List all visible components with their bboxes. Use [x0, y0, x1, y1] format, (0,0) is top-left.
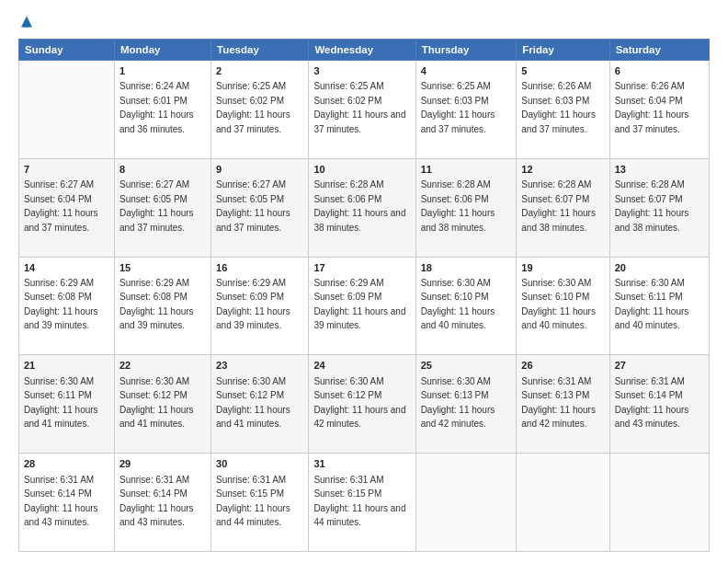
header-row: SundayMondayTuesdayWednesdayThursdayFrid… [19, 40, 710, 61]
week-row-4: 28Sunrise: 6:31 AMSunset: 6:14 PMDayligh… [19, 454, 710, 552]
cell-info: Sunrise: 6:29 AMSunset: 6:08 PMDaylight:… [24, 278, 98, 331]
week-row-2: 14Sunrise: 6:29 AMSunset: 6:08 PMDayligh… [19, 257, 710, 355]
calendar-cell: 6Sunrise: 6:26 AMSunset: 6:04 PMDaylight… [609, 61, 709, 159]
day-number: 20 [615, 261, 704, 275]
cell-info: Sunrise: 6:28 AMSunset: 6:06 PMDaylight:… [421, 179, 495, 233]
calendar-cell: 24Sunrise: 6:30 AMSunset: 6:12 PMDayligh… [309, 355, 415, 454]
cell-info: Sunrise: 6:31 AMSunset: 6:14 PMDaylight:… [119, 475, 194, 528]
day-number: 5 [521, 64, 604, 78]
calendar-cell: 5Sunrise: 6:26 AMSunset: 6:03 PMDaylight… [517, 61, 609, 159]
logo-icon [18, 15, 35, 31]
day-number: 27 [615, 359, 704, 373]
cell-info: Sunrise: 6:26 AMSunset: 6:04 PMDaylight:… [615, 81, 689, 134]
calendar-cell: 11Sunrise: 6:28 AMSunset: 6:06 PMDayligh… [415, 158, 517, 257]
calendar-cell [415, 454, 517, 552]
cell-info: Sunrise: 6:31 AMSunset: 6:15 PMDaylight:… [216, 475, 290, 528]
col-header-sunday: Sunday [19, 40, 115, 61]
week-row-1: 7Sunrise: 6:27 AMSunset: 6:04 PMDaylight… [19, 158, 710, 257]
calendar-cell: 29Sunrise: 6:31 AMSunset: 6:14 PMDayligh… [114, 454, 210, 552]
cell-info: Sunrise: 6:26 AMSunset: 6:03 PMDaylight:… [521, 81, 596, 134]
logo [18, 15, 39, 31]
day-number: 1 [119, 64, 206, 78]
calendar-table: SundayMondayTuesdayWednesdayThursdayFrid… [18, 39, 710, 552]
calendar-cell [517, 454, 609, 552]
day-number: 7 [24, 163, 109, 177]
calendar-cell: 17Sunrise: 6:29 AMSunset: 6:09 PMDayligh… [309, 257, 415, 355]
day-number: 25 [421, 359, 512, 373]
calendar-cell: 28Sunrise: 6:31 AMSunset: 6:14 PMDayligh… [19, 454, 115, 552]
day-number: 21 [24, 359, 109, 373]
calendar-cell: 16Sunrise: 6:29 AMSunset: 6:09 PMDayligh… [211, 257, 309, 355]
calendar-cell [609, 454, 709, 552]
cell-info: Sunrise: 6:31 AMSunset: 6:13 PMDaylight:… [521, 376, 596, 430]
cell-info: Sunrise: 6:28 AMSunset: 6:07 PMDaylight:… [615, 179, 689, 233]
week-row-3: 21Sunrise: 6:30 AMSunset: 6:11 PMDayligh… [19, 355, 710, 454]
day-number: 23 [216, 359, 303, 373]
calendar-cell: 19Sunrise: 6:30 AMSunset: 6:10 PMDayligh… [517, 257, 609, 355]
cell-info: Sunrise: 6:30 AMSunset: 6:10 PMDaylight:… [421, 278, 495, 331]
day-number: 19 [521, 261, 604, 275]
svg-rect-1 [24, 25, 29, 28]
page: SundayMondayTuesdayWednesdayThursdayFrid… [0, 0, 728, 563]
cell-info: Sunrise: 6:27 AMSunset: 6:04 PMDaylight:… [24, 179, 98, 233]
day-number: 30 [216, 457, 303, 471]
day-number: 13 [615, 163, 704, 177]
calendar-cell: 30Sunrise: 6:31 AMSunset: 6:15 PMDayligh… [211, 454, 309, 552]
col-header-saturday: Saturday [609, 40, 709, 61]
day-number: 15 [119, 261, 206, 275]
calendar-cell: 26Sunrise: 6:31 AMSunset: 6:13 PMDayligh… [517, 355, 609, 454]
col-header-wednesday: Wednesday [309, 40, 415, 61]
cell-info: Sunrise: 6:31 AMSunset: 6:14 PMDaylight:… [24, 475, 98, 528]
cell-info: Sunrise: 6:30 AMSunset: 6:12 PMDaylight:… [119, 376, 194, 430]
cell-info: Sunrise: 6:30 AMSunset: 6:11 PMDaylight:… [24, 376, 98, 430]
day-number: 24 [313, 359, 410, 373]
day-number: 14 [24, 261, 109, 275]
calendar-cell: 14Sunrise: 6:29 AMSunset: 6:08 PMDayligh… [19, 257, 115, 355]
week-row-0: 1Sunrise: 6:24 AMSunset: 6:01 PMDaylight… [19, 61, 710, 159]
calendar-cell: 10Sunrise: 6:28 AMSunset: 6:06 PMDayligh… [309, 158, 415, 257]
calendar-cell [19, 61, 115, 159]
calendar-cell: 20Sunrise: 6:30 AMSunset: 6:11 PMDayligh… [609, 257, 709, 355]
cell-info: Sunrise: 6:31 AMSunset: 6:14 PMDaylight:… [615, 376, 689, 430]
calendar-cell: 21Sunrise: 6:30 AMSunset: 6:11 PMDayligh… [19, 355, 115, 454]
cell-info: Sunrise: 6:30 AMSunset: 6:12 PMDaylight:… [216, 376, 290, 430]
calendar-cell: 27Sunrise: 6:31 AMSunset: 6:14 PMDayligh… [609, 355, 709, 454]
day-number: 10 [313, 163, 410, 177]
day-number: 11 [421, 163, 512, 177]
calendar-cell: 23Sunrise: 6:30 AMSunset: 6:12 PMDayligh… [211, 355, 309, 454]
cell-info: Sunrise: 6:29 AMSunset: 6:09 PMDaylight:… [313, 278, 405, 331]
calendar-cell: 13Sunrise: 6:28 AMSunset: 6:07 PMDayligh… [609, 158, 709, 257]
calendar-cell: 3Sunrise: 6:25 AMSunset: 6:02 PMDaylight… [309, 61, 415, 159]
calendar-cell: 31Sunrise: 6:31 AMSunset: 6:15 PMDayligh… [309, 454, 415, 552]
cell-info: Sunrise: 6:25 AMSunset: 6:02 PMDaylight:… [313, 81, 405, 134]
day-number: 22 [119, 359, 206, 373]
day-number: 17 [313, 261, 410, 275]
day-number: 4 [421, 64, 512, 78]
day-number: 16 [216, 261, 303, 275]
cell-info: Sunrise: 6:29 AMSunset: 6:08 PMDaylight:… [119, 278, 194, 331]
day-number: 2 [216, 64, 303, 78]
day-number: 18 [421, 261, 512, 275]
calendar-cell: 2Sunrise: 6:25 AMSunset: 6:02 PMDaylight… [211, 61, 309, 159]
cell-info: Sunrise: 6:29 AMSunset: 6:09 PMDaylight:… [216, 278, 290, 331]
col-header-monday: Monday [114, 40, 210, 61]
day-number: 8 [119, 163, 206, 177]
cell-info: Sunrise: 6:31 AMSunset: 6:15 PMDaylight:… [313, 475, 405, 528]
calendar-cell: 22Sunrise: 6:30 AMSunset: 6:12 PMDayligh… [114, 355, 210, 454]
calendar-cell: 7Sunrise: 6:27 AMSunset: 6:04 PMDaylight… [19, 158, 115, 257]
cell-info: Sunrise: 6:27 AMSunset: 6:05 PMDaylight:… [119, 179, 194, 233]
cell-info: Sunrise: 6:30 AMSunset: 6:12 PMDaylight:… [313, 376, 405, 430]
cell-info: Sunrise: 6:30 AMSunset: 6:11 PMDaylight:… [615, 278, 689, 331]
day-number: 12 [521, 163, 604, 177]
col-header-friday: Friday [517, 40, 609, 61]
calendar-cell: 12Sunrise: 6:28 AMSunset: 6:07 PMDayligh… [517, 158, 609, 257]
calendar-cell: 25Sunrise: 6:30 AMSunset: 6:13 PMDayligh… [415, 355, 517, 454]
calendar-cell: 1Sunrise: 6:24 AMSunset: 6:01 PMDaylight… [114, 61, 210, 159]
col-header-tuesday: Tuesday [211, 40, 309, 61]
day-number: 31 [313, 457, 410, 471]
day-number: 29 [119, 457, 206, 471]
day-number: 3 [313, 64, 410, 78]
cell-info: Sunrise: 6:30 AMSunset: 6:10 PMDaylight:… [521, 278, 596, 331]
day-number: 9 [216, 163, 303, 177]
cell-info: Sunrise: 6:25 AMSunset: 6:02 PMDaylight:… [216, 81, 290, 134]
